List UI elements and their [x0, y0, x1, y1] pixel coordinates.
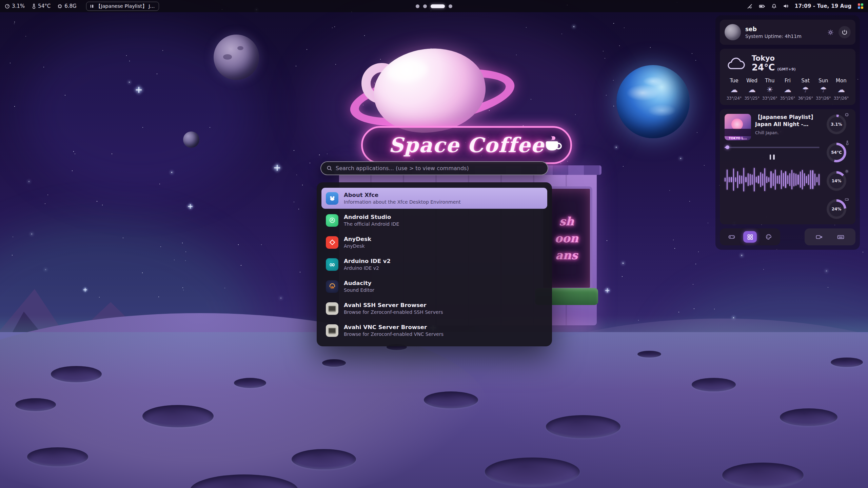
widgets-button[interactable] [743, 231, 757, 243]
waveform-bar [806, 176, 807, 183]
launcher-result-android-studio[interactable]: Android Studio The official Android IDE [321, 210, 547, 231]
theme-button[interactable] [762, 231, 775, 243]
star [694, 308, 694, 309]
waveform-bar [791, 170, 792, 189]
star [828, 287, 828, 288]
launcher-result-arduino[interactable]: ∞ Arduino IDE v2 Arduino IDE v2 [321, 254, 547, 275]
disk-gauge: 24% [827, 199, 846, 219]
waveform-bar [783, 173, 784, 186]
forecast-day: Mon ☁ 33°/26° [832, 78, 850, 101]
workspace-dot[interactable] [423, 4, 427, 8]
star [162, 50, 163, 51]
apps-grid-icon[interactable] [858, 3, 864, 9]
star [126, 55, 127, 56]
sparkle-star [274, 165, 280, 171]
forecast-temps: 36°/26° [798, 96, 813, 101]
waveform-bar [750, 174, 751, 186]
waveform-bar [795, 174, 796, 186]
star [14, 22, 15, 22]
search-input[interactable] [336, 165, 542, 171]
apps-grid-icon [747, 234, 753, 240]
launcher-result-about-xfce[interactable]: About Xfce Information about the Xfce De… [321, 188, 547, 209]
tools-icon[interactable] [747, 3, 753, 9]
cpu-indicator[interactable]: 3.1% [5, 3, 25, 9]
waveform-bar [752, 175, 753, 185]
workspace-dot[interactable] [416, 4, 419, 8]
pause-icon [91, 5, 93, 8]
rain-icon: ☂ [820, 86, 827, 94]
sparkle-star [188, 204, 193, 209]
waveform-bar [760, 172, 761, 187]
cpu-icon [845, 113, 849, 117]
waveform-bar [812, 170, 813, 189]
star [280, 298, 281, 299]
star [624, 27, 625, 28]
star [763, 269, 764, 270]
waveform-bar [741, 176, 742, 184]
music-progress-thumb[interactable] [726, 145, 729, 149]
launcher-result-avahi-ssh[interactable]: Avahi SSH Server Browser Browse for Zero… [321, 298, 547, 319]
waveform-bar [756, 177, 757, 183]
anydesk-app-icon [326, 236, 338, 249]
now-playing-text: 【Japanese Playlist】 J... [96, 3, 155, 9]
crater [27, 447, 88, 466]
workspace-active[interactable] [431, 4, 445, 8]
system-gauges: 3.1% 54°C 14% 24% [822, 114, 851, 220]
workspace-dot[interactable] [449, 4, 452, 8]
crater [780, 408, 837, 426]
star [540, 149, 541, 150]
wallpaper-earth [616, 65, 690, 138]
star [613, 23, 614, 24]
now-playing-widget[interactable]: 【Japanese Playlist】 J... [86, 2, 159, 11]
star [129, 82, 130, 83]
star [489, 110, 490, 111]
avahi-vnc-app-icon [326, 324, 338, 337]
screencast-button[interactable] [812, 231, 826, 243]
launcher-results: About Xfce Information about the Xfce De… [317, 182, 552, 346]
launcher-search-bar[interactable] [320, 161, 548, 175]
star [560, 163, 561, 164]
memory-indicator[interactable]: 6.8G [57, 3, 76, 9]
power-button[interactable] [839, 26, 851, 38]
star [605, 58, 605, 59]
launcher-result-audacity[interactable]: Audacity Sound Editor [321, 276, 547, 297]
temperature-gauge-value: 54°C [831, 150, 842, 155]
crater [424, 391, 478, 408]
star [863, 252, 863, 252]
star [300, 272, 300, 272]
android-studio-app-icon [326, 214, 338, 227]
volume-icon[interactable] [783, 3, 789, 9]
star [241, 265, 241, 266]
temp-value: 54°C [38, 3, 51, 9]
waveform-bar [731, 177, 732, 183]
launcher-result-avahi-vnc[interactable]: Avahi VNC Server Browser Browse for Zero… [321, 320, 547, 341]
keyboard-button[interactable] [834, 231, 848, 243]
keyboard-icon [837, 235, 844, 240]
star [142, 127, 143, 128]
sparkle-star [83, 288, 87, 292]
pause-button[interactable] [765, 152, 780, 161]
star [678, 312, 679, 312]
battery-icon[interactable] [759, 4, 765, 9]
launcher-result-anydesk[interactable]: AnyDesk AnyDesk [321, 232, 547, 253]
result-name: Android Studio [344, 214, 399, 220]
star [380, 59, 381, 60]
star [12, 255, 13, 256]
star [616, 147, 617, 148]
controller-button[interactable] [725, 231, 738, 243]
music-progress-slider[interactable] [725, 145, 820, 149]
search-icon [327, 165, 332, 171]
moon-ground [0, 332, 868, 488]
bell-icon[interactable] [771, 3, 777, 9]
waveform-bar [802, 170, 803, 189]
settings-button[interactable] [824, 26, 836, 38]
crater [485, 458, 580, 486]
weather-temp: 24°C [752, 62, 775, 73]
star [613, 106, 614, 106]
palette-icon [766, 234, 772, 240]
temp-indicator[interactable]: 54°C [32, 3, 51, 9]
clock[interactable]: 17:09 - Tue, 19 Aug [795, 3, 852, 9]
crater [51, 366, 102, 382]
cpu-gauge: 3.1% [827, 115, 846, 134]
star [622, 276, 623, 277]
